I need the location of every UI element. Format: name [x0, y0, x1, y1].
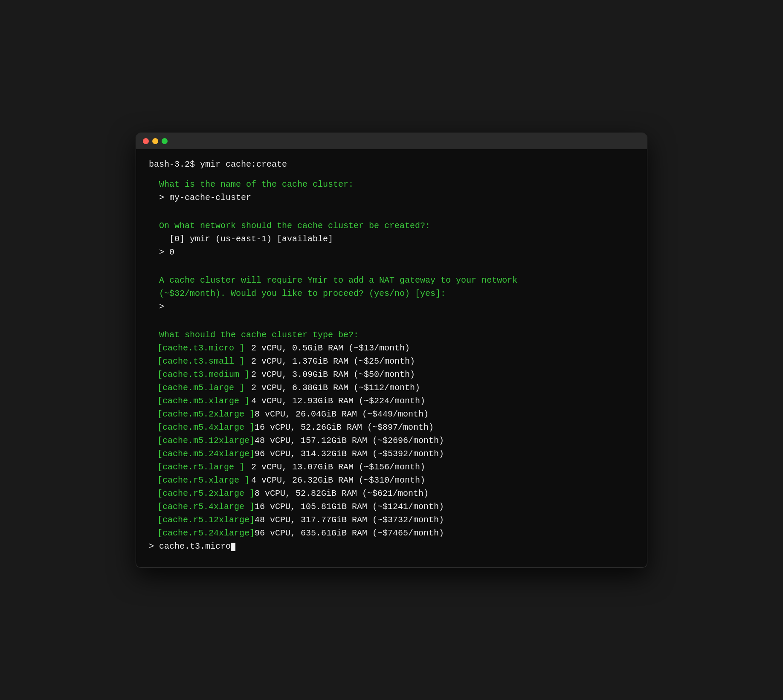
name-question: What is the name of the cache cluster:: [149, 178, 634, 191]
cluster-specs: 4 vCPU, 26.32GiB RAM (~$310/month): [251, 474, 425, 487]
name-answer: > my-cache-cluster: [149, 191, 634, 204]
cluster-type: [cache.m5.2xlarge ]: [157, 408, 255, 421]
cluster-type: [cache.r5.4xlarge ]: [157, 500, 255, 513]
list-item: [cache.r5.large ] 2 vCPU, 13.07GiB RAM (…: [157, 460, 634, 474]
cluster-type: [cache.r5.24xlarge]: [157, 526, 255, 540]
list-item: [cache.m5.12xlarge] 48 vCPU, 157.12GiB R…: [157, 434, 634, 447]
cluster-type: [cache.t3.small ]: [157, 355, 251, 368]
cluster-type: [cache.r5.12xlarge]: [157, 513, 255, 526]
cluster-type: [cache.m5.4xlarge ]: [157, 421, 255, 434]
cluster-specs: 2 vCPU, 13.07GiB RAM (~$156/month): [251, 460, 425, 474]
cluster-specs: 96 vCPU, 635.61GiB RAM (~$7465/month): [255, 526, 444, 540]
list-item: [cache.m5.24xlarge] 96 vCPU, 314.32GiB R…: [157, 447, 634, 460]
cluster-specs: 2 vCPU, 1.37GiB RAM (~$25/month): [251, 355, 415, 368]
cluster-type: [cache.r5.2xlarge ]: [157, 487, 255, 500]
list-item: [cache.t3.medium ] 2 vCPU, 3.09GiB RAM (…: [157, 368, 634, 381]
list-item: [cache.r5.12xlarge] 48 vCPU, 317.77GiB R…: [157, 513, 634, 526]
cluster-specs: 16 vCPU, 52.26GiB RAM (~$897/month): [255, 421, 434, 434]
type-input-line[interactable]: > cache.t3.micro: [149, 540, 634, 553]
cluster-type: [cache.t3.micro ]: [157, 341, 251, 355]
network-option: [0] ymir (us-east-1) [available]: [149, 232, 634, 246]
name-section: What is the name of the cache cluster: >…: [149, 178, 634, 204]
nat-section: A cache cluster will require Ymir to add…: [149, 274, 634, 313]
cluster-specs: 96 vCPU, 314.32GiB RAM (~$5392/month): [255, 447, 444, 460]
cluster-type: [cache.m5.24xlarge]: [157, 447, 255, 460]
list-item: [cache.r5.4xlarge ] 16 vCPU, 105.81GiB R…: [157, 500, 634, 513]
command-prompt: bash-3.2$ ymir cache:create: [149, 158, 634, 171]
cluster-type: [cache.m5.xlarge ]: [157, 394, 251, 408]
maximize-button[interactable]: [162, 138, 168, 144]
cluster-type: [cache.m5.large ]: [157, 381, 251, 394]
cluster-type: [cache.r5.xlarge ]: [157, 474, 251, 487]
network-question: On what network should the cache cluster…: [149, 219, 634, 232]
nat-warning-text: A cache cluster will require Ymir to add…: [149, 274, 634, 300]
cluster-type: [cache.m5.12xlarge]: [157, 434, 255, 447]
minimize-button[interactable]: [152, 138, 158, 144]
list-item: [cache.t3.micro ] 2 vCPU, 0.5GiB RAM (~$…: [157, 341, 634, 355]
list-item: [cache.m5.xlarge ] 4 vCPU, 12.93GiB RAM …: [157, 394, 634, 408]
list-item: [cache.r5.xlarge ] 4 vCPU, 26.32GiB RAM …: [157, 474, 634, 487]
type-question: What should the cache cluster type be?:: [149, 328, 634, 341]
cluster-specs: 2 vCPU, 6.38GiB RAM (~$112/month): [251, 381, 420, 394]
close-button[interactable]: [143, 138, 149, 144]
cluster-list: [cache.t3.micro ] 2 vCPU, 0.5GiB RAM (~$…: [157, 341, 634, 540]
type-answer-prefix: > cache.t3.micro: [149, 541, 231, 551]
cluster-specs: 4 vCPU, 12.93GiB RAM (~$224/month): [251, 394, 425, 408]
cursor: [231, 543, 235, 551]
list-item: [cache.m5.4xlarge ] 16 vCPU, 52.26GiB RA…: [157, 421, 634, 434]
cluster-type: [cache.r5.large ]: [157, 460, 251, 474]
cluster-type: [cache.t3.medium ]: [157, 368, 251, 381]
cluster-specs: 2 vCPU, 3.09GiB RAM (~$50/month): [251, 368, 415, 381]
terminal-window: bash-3.2$ ymir cache:create What is the …: [136, 133, 647, 568]
type-section: What should the cache cluster type be?: …: [149, 328, 634, 553]
cluster-specs: 8 vCPU, 52.82GiB RAM (~$621/month): [255, 487, 429, 500]
titlebar: [136, 133, 647, 149]
terminal-body: bash-3.2$ ymir cache:create What is the …: [136, 149, 647, 567]
cluster-specs: 48 vCPU, 317.77GiB RAM (~$3732/month): [255, 513, 444, 526]
list-item: [cache.r5.24xlarge] 96 vCPU, 635.61GiB R…: [157, 526, 634, 540]
list-item: [cache.t3.small ] 2 vCPU, 1.37GiB RAM (~…: [157, 355, 634, 368]
cluster-specs: 16 vCPU, 105.81GiB RAM (~$1241/month): [255, 500, 444, 513]
cluster-specs: 2 vCPU, 0.5GiB RAM (~$13/month): [251, 341, 410, 355]
prompt-text: bash-3.2$ ymir cache:create: [149, 159, 287, 169]
network-answer: > 0: [149, 246, 634, 259]
list-item: [cache.m5.large ] 2 vCPU, 6.38GiB RAM (~…: [157, 381, 634, 394]
network-section: On what network should the cache cluster…: [149, 219, 634, 259]
cluster-specs: 8 vCPU, 26.04GiB RAM (~$449/month): [255, 408, 429, 421]
list-item: [cache.m5.2xlarge ] 8 vCPU, 26.04GiB RAM…: [157, 408, 634, 421]
nat-answer: >: [149, 300, 634, 313]
cluster-specs: 48 vCPU, 157.12GiB RAM (~$2696/month): [255, 434, 444, 447]
list-item: [cache.r5.2xlarge ] 8 vCPU, 52.82GiB RAM…: [157, 487, 634, 500]
